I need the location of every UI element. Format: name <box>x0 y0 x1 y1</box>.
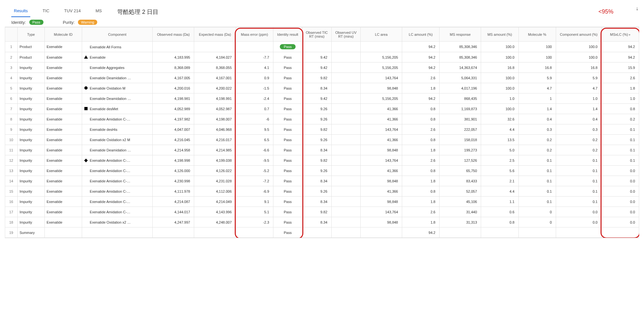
col-header[interactable]: Molecule % <box>518 27 556 42</box>
cell: 0.1 <box>518 166 556 176</box>
cell: 0.1 <box>556 176 601 186</box>
cell: 100 <box>518 42 556 52</box>
cell <box>331 155 360 166</box>
cell: 13 <box>5 166 18 176</box>
cell: 41,366 <box>360 186 402 197</box>
cell: Exenatide <box>44 83 82 93</box>
cell <box>331 73 360 83</box>
cell: 1.8 <box>402 197 440 207</box>
col-header[interactable] <box>5 27 18 42</box>
cell: 94.2 <box>402 93 440 104</box>
table-row[interactable]: 2ProductExenatideExenatide4,183.9954,184… <box>5 52 639 63</box>
cell: Impurity <box>17 186 44 197</box>
col-header[interactable]: Observed mass (Da) <box>153 27 194 42</box>
table-row[interactable]: 18ImpurityExenatideExenatide Oxidation x… <box>5 217 639 227</box>
cell: Exenatide <box>44 63 82 73</box>
table-row[interactable]: 15ImpurityExenatideExenatide Amidation C… <box>5 186 639 197</box>
cell <box>331 93 360 104</box>
cell: 100 <box>518 52 556 63</box>
cell: 1.8 <box>601 83 639 93</box>
col-header[interactable]: Expected mass (Da) <box>194 27 236 42</box>
cell <box>194 227 236 238</box>
cell: 0.0 <box>601 186 639 197</box>
cell: 0.1 <box>518 176 556 186</box>
cell: Pass <box>273 114 302 124</box>
table-row[interactable]: 12ImpurityExenatideExenatide Amidation C… <box>5 155 639 166</box>
col-header[interactable]: MS amount (%) <box>481 27 518 42</box>
cell: 4,112.006 <box>194 186 236 197</box>
cell: Summary <box>17 227 44 238</box>
col-header[interactable]: MS response <box>440 27 481 42</box>
cell <box>481 227 518 238</box>
cell: 4,144.017 <box>153 207 194 217</box>
cell: 10 <box>5 135 18 145</box>
cell: 4,197.982 <box>153 114 194 124</box>
cell: 0.8 <box>601 104 639 114</box>
cell: 100.0 <box>556 42 601 52</box>
table-row[interactable]: 8ImpurityExenatideExenatide Amidation C-… <box>5 114 639 124</box>
col-header[interactable]: MSxLC (%) <box>601 27 639 42</box>
cell: 94.2 <box>601 52 639 63</box>
table-row[interactable]: 11ImpurityExenatideExenatide Deamidation… <box>5 145 639 155</box>
col-header[interactable]: Observed TIC RT (mins) <box>302 27 331 42</box>
table-row[interactable]: 9ImpurityExenatideExenatide desHis4,047.… <box>5 124 639 135</box>
table-row[interactable]: 1ProductExenatideExenatide All FormsPass… <box>5 42 639 52</box>
table-row[interactable]: 13ImpurityExenatideExenatide Amidation C… <box>5 166 639 176</box>
table-row[interactable]: 14ImpurityExenatideExenatide Amidation C… <box>5 176 639 186</box>
col-header[interactable]: Identity result <box>273 27 302 42</box>
table-row[interactable]: 10ImpurityExenatideExenatide Oxidation x… <box>5 135 639 145</box>
cell: 4,214.958 <box>153 145 194 155</box>
table-row[interactable]: 16ImpurityExenatideExenatide Amidation C… <box>5 197 639 207</box>
col-header[interactable]: Molecule ID <box>44 27 82 42</box>
cell: -6.6 <box>236 145 273 155</box>
cell: 9.26 <box>302 114 331 124</box>
cell: 4,167.001 <box>194 73 236 83</box>
col-header[interactable]: Component amount (%) <box>556 27 601 42</box>
cell: 1.8 <box>402 217 440 227</box>
cell: 8.34 <box>302 197 331 207</box>
cell: 85,308,346 <box>440 52 481 63</box>
table-row[interactable]: 5ImpurityExenatideExenatide Oxidation M4… <box>5 83 639 93</box>
col-header[interactable]: LC area <box>360 27 402 42</box>
cell: Impurity <box>17 93 44 104</box>
cell: 143,764 <box>360 124 402 135</box>
cell: 4,183.995 <box>153 52 194 63</box>
tab-ms[interactable]: MS <box>93 6 105 17</box>
cell: 0.1 <box>601 135 639 145</box>
col-header[interactable]: Mass error (ppm) <box>236 27 273 42</box>
cell: 5.9 <box>518 73 556 83</box>
cell: 4,052.989 <box>153 104 194 114</box>
cell: Exenatide Amidation C-TERM,... <box>82 155 152 166</box>
cell: Pass <box>273 207 302 217</box>
cell: 158,018 <box>440 135 481 145</box>
cell: Impurity <box>17 135 44 145</box>
cell: 83,433 <box>440 176 481 186</box>
tab-results[interactable]: Results <box>11 6 30 17</box>
cell: Exenatide Aggregates <box>82 63 152 73</box>
cell: 4,126.000 <box>153 166 194 176</box>
cell: 1.4 <box>518 104 556 114</box>
cell: 1,169,873 <box>440 104 481 114</box>
col-header[interactable]: Component <box>82 27 152 42</box>
cell: Impurity <box>17 83 44 93</box>
cell: 6.5 <box>236 135 273 145</box>
cell: 143,764 <box>360 207 402 217</box>
col-header[interactable]: Observed UV RT (mins) <box>331 27 360 42</box>
cell: Exenatide Oxidation x2 M <box>82 135 152 145</box>
table-row[interactable]: 6ImpurityExenatideExenatide Deamidation … <box>5 93 639 104</box>
cell: 0.4 <box>518 114 556 124</box>
table-row[interactable]: 7ImpurityExenatideExenatide desMet4,052.… <box>5 104 639 114</box>
table-row[interactable]: 19SummaryPass94.2 <box>5 227 639 238</box>
col-header[interactable]: Type <box>17 27 44 42</box>
col-header[interactable]: LC amount (%) <box>402 27 440 42</box>
table-row[interactable]: 3ImpurityExenatideExenatide Aggregates8,… <box>5 63 639 73</box>
tab-tuv-214[interactable]: TUV 214 <box>62 6 83 17</box>
table-row[interactable]: 17ImpurityExenatideExenatide Amidation C… <box>5 207 639 217</box>
status-bar: Identity: Pass Purity: Warning <box>11 20 639 25</box>
cell <box>302 42 331 52</box>
table-row[interactable]: 4ImpurityExenatideExenatide Deamidation … <box>5 73 639 83</box>
tab-tic[interactable]: TIC <box>40 6 52 17</box>
download-icon[interactable]: ⭳ <box>635 6 639 11</box>
cell: 0.1 <box>556 186 601 197</box>
cell: 4,198.991 <box>194 93 236 104</box>
